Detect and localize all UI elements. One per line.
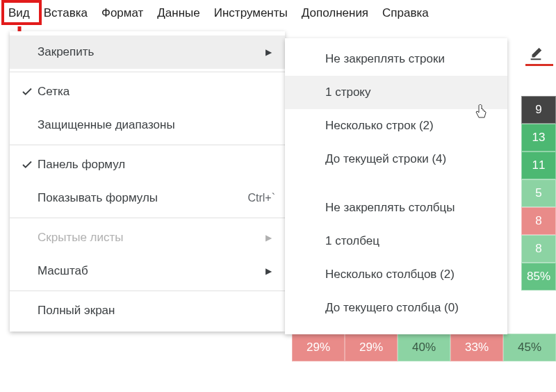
paint-bucket-icon[interactable] xyxy=(528,46,543,65)
cell[interactable]: 8 xyxy=(521,235,556,263)
menu-label: Закрепить xyxy=(38,45,261,59)
freeze-submenu: Не закреплять строки 1 строку Несколько … xyxy=(285,38,507,334)
submenu-item-multi-cols[interactable]: Несколько столбцов (2) xyxy=(285,258,507,291)
submenu-gap xyxy=(285,176,507,191)
menubar-item-addons[interactable]: Дополнения xyxy=(295,2,375,24)
submenu-label: 1 строку xyxy=(325,85,371,99)
menu-separator xyxy=(10,218,285,218)
menu-separator xyxy=(10,291,285,291)
submenu-item-no-rows[interactable]: Не закреплять строки xyxy=(285,42,507,76)
check-icon xyxy=(17,158,38,171)
menubar-item-help[interactable]: Справка xyxy=(375,2,436,24)
menu-shortcut: Ctrl+` xyxy=(247,192,275,204)
cell[interactable]: 29% xyxy=(292,334,345,361)
submenu-label: Не закреплять строки xyxy=(325,52,445,66)
view-menu-dropdown: Закрепить ▶ Сетка Защищенные диапазоны П… xyxy=(10,31,285,332)
menu-item-fullscreen[interactable]: Полный экран xyxy=(10,294,285,327)
menubar: Вид Вставка Формат Данные Инструменты До… xyxy=(0,0,556,26)
submenu-label: До текущего столбца (0) xyxy=(325,301,459,315)
cell[interactable]: 29% xyxy=(345,334,398,361)
menu-item-hidden-sheets: Скрытые листы ▶ xyxy=(10,221,285,254)
menu-separator xyxy=(10,72,285,72)
cell[interactable]: 33% xyxy=(450,334,503,361)
submenu-label: Не закреплять столбцы xyxy=(325,201,455,215)
submenu-label: До текущей строки (4) xyxy=(325,152,446,166)
check-icon xyxy=(17,85,38,98)
cell[interactable]: 11 xyxy=(521,152,556,179)
color-underline xyxy=(525,64,553,66)
menu-label: Полный экран xyxy=(38,304,275,318)
submenu-label: 1 столбец xyxy=(325,234,379,248)
cell-strip: 9 13 11 5 8 8 85% xyxy=(509,96,556,325)
cell[interactable]: 85% xyxy=(521,263,556,291)
submenu-arrow-icon: ▶ xyxy=(261,266,275,276)
menu-item-grid[interactable]: Сетка xyxy=(10,75,285,108)
cell[interactable]: 13 xyxy=(521,124,556,152)
menubar-item-insert[interactable]: Вставка xyxy=(37,2,95,24)
menu-label: Защищенные диапазоны xyxy=(38,118,275,132)
bottom-cell-row: 29% 29% 40% 33% 45% xyxy=(292,334,556,361)
menu-item-formula-bar[interactable]: Панель формул xyxy=(10,148,285,181)
submenu-label: Несколько столбцов (2) xyxy=(325,268,455,281)
menu-label: Масштаб xyxy=(38,264,261,278)
menu-label: Сетка xyxy=(38,85,275,99)
submenu-item-no-cols[interactable]: Не закреплять столбцы xyxy=(285,191,507,224)
menubar-item-data[interactable]: Данные xyxy=(150,2,206,24)
submenu-item-upto-col[interactable]: До текущего столбца (0) xyxy=(285,291,507,325)
submenu-label: Несколько строк (2) xyxy=(325,119,434,133)
cell[interactable]: 45% xyxy=(503,334,556,361)
menubar-item-format[interactable]: Формат xyxy=(95,2,150,24)
menu-label: Панель формул xyxy=(38,158,275,172)
menu-item-protected-ranges[interactable]: Защищенные диапазоны xyxy=(10,108,285,142)
menu-item-freeze[interactable]: Закрепить ▶ xyxy=(10,35,285,69)
menu-separator xyxy=(10,145,285,145)
submenu-item-one-row[interactable]: 1 строку xyxy=(285,76,507,109)
submenu-item-one-col[interactable]: 1 столбец xyxy=(285,224,507,258)
cell[interactable]: 5 xyxy=(521,179,556,207)
submenu-arrow-icon: ▶ xyxy=(261,233,275,243)
cell[interactable]: 40% xyxy=(398,334,450,361)
menu-label: Скрытые листы xyxy=(38,231,261,245)
cell[interactable]: 9 xyxy=(521,96,556,124)
submenu-item-multi-rows[interactable]: Несколько строк (2) xyxy=(285,109,507,142)
submenu-item-upto-row[interactable]: До текущей строки (4) xyxy=(285,142,507,176)
menubar-item-view[interactable]: Вид xyxy=(1,2,37,24)
menu-label: Показывать формулы xyxy=(38,191,240,205)
cell[interactable]: 8 xyxy=(521,207,556,235)
menubar-item-tools[interactable]: Инструменты xyxy=(207,2,295,24)
submenu-arrow-icon: ▶ xyxy=(261,47,275,57)
menu-item-show-formulas[interactable]: Показывать формулы Ctrl+` xyxy=(10,181,285,215)
menu-item-zoom[interactable]: Масштаб ▶ xyxy=(10,254,285,288)
